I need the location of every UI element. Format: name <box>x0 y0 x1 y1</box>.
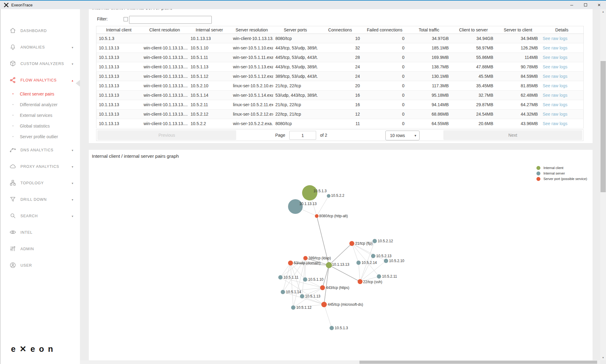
bullet-dot-icon <box>13 115 13 116</box>
graph-node-10.5.1.12[interactable] <box>291 305 295 310</box>
see-raw-logs-link[interactable]: See raw logs <box>543 121 568 126</box>
graph-node-443-tcp--https-[interactable] <box>320 285 325 290</box>
table-row[interactable]: 10.1.13.13win-client-10.1.13.13....10.5.… <box>96 100 584 110</box>
sidebar-item-user[interactable]: USER <box>0 257 80 274</box>
minimize-button[interactable]: ─ <box>565 1 579 9</box>
column-header-internal-client[interactable]: Internal client <box>96 26 141 34</box>
sidebar-item-dashboard[interactable]: DASHBOARD <box>0 23 80 39</box>
graph-node-445-tcp--microsoft-ds-[interactable] <box>321 302 327 307</box>
see-raw-logs-link[interactable]: See raw logs <box>543 112 568 117</box>
cell-server-resolution: win-client-10.1.13.13.... <box>231 34 273 43</box>
graph-node-10.5.2.12[interactable] <box>373 239 377 243</box>
graph-node-21-tcp--ftp-[interactable] <box>349 241 354 246</box>
graph-node-10.5.1.14[interactable] <box>281 290 285 294</box>
graph-node-22-tcp--ssh-[interactable] <box>358 279 363 284</box>
graph-node-label: 10.5.2.12 <box>378 239 393 243</box>
next-button[interactable]: Next <box>443 130 582 140</box>
sidebar-item-dns-analytics[interactable]: DNS ANALYTICS▾ <box>0 142 80 158</box>
sidebar-item-search[interactable]: SEARCH▾ <box>0 208 80 224</box>
page-number-input[interactable] <box>289 131 316 140</box>
pagination-bar: Previous Page of 2 10 rows ▾ Next <box>96 129 583 141</box>
column-header-failed-connections[interactable]: Failed connections <box>363 26 407 34</box>
graph-node-label: 21/tcp (ftp) <box>355 241 373 246</box>
table-row[interactable]: 10.1.13.13win-client-10.1.13.13....10.5.… <box>96 62 584 72</box>
cell-client-to-server: 58.97MB <box>451 43 496 53</box>
see-raw-logs-link[interactable]: See raw logs <box>543 64 568 69</box>
sidebar-item-anomalies[interactable]: ANOMALIES▾ <box>0 39 80 56</box>
table-row[interactable]: 10.1.13.13win-client-10.1.13.13....10.5.… <box>96 81 584 91</box>
horizontal-scrollbar-thumb[interactable] <box>359 361 597 364</box>
scroll-up-icon[interactable]: ▲ <box>600 9 606 14</box>
sidebar-item-drill-down[interactable]: DRILL DOWN▾ <box>0 191 80 208</box>
sidebar-item-flow-analytics[interactable]: FLOW ANALYTICS▴ <box>0 72 80 88</box>
graph-node-53-udp--domain-[interactable] <box>288 261 293 265</box>
previous-button[interactable]: Previous <box>97 130 236 140</box>
sidebar-item-intel[interactable]: INTEL <box>0 224 80 241</box>
sidebar-item-topology[interactable]: TOPOLOGY▾ <box>0 175 80 191</box>
table-row[interactable]: 10.5.1.310.1.13.13win-client-10.1.13.13.… <box>96 34 584 43</box>
column-header-client-resolution[interactable]: Client resolution <box>141 26 188 34</box>
column-header-server-to-client[interactable]: Server to client <box>496 26 540 34</box>
table-row[interactable]: 10.1.13.13win-client-10.1.13.13....10.5.… <box>96 91 584 100</box>
close-button[interactable]: ✕ <box>592 1 606 9</box>
table-row[interactable]: 10.1.13.13win-client-10.1.13.13....10.5.… <box>96 119 584 128</box>
sidebar-item-admin[interactable]: ADMIN <box>0 241 80 257</box>
see-raw-logs-link[interactable]: See raw logs <box>543 93 568 98</box>
graph-node-10.5.2.10[interactable] <box>384 259 388 263</box>
cell-internal-server: 10.5.1.11 <box>188 53 231 62</box>
table-row[interactable]: 10.1.13.13win-client-10.1.13.13....10.5.… <box>96 43 584 53</box>
see-raw-logs-link[interactable]: See raw logs <box>543 45 568 50</box>
maximize-button[interactable] <box>579 1 592 9</box>
see-raw-logs-link[interactable]: See raw logs <box>543 55 568 60</box>
column-header-server-resolution[interactable]: Server resolution <box>231 26 273 34</box>
see-raw-logs-link[interactable]: See raw logs <box>543 83 568 88</box>
sidebar-item-custom-analyzers[interactable]: CUSTOM ANALYZERS▾ <box>0 56 80 72</box>
sidebar-subitem-external-services[interactable]: External services <box>0 110 80 121</box>
column-header-details[interactable]: Details <box>540 26 584 34</box>
cell-server-resolution: win-ser-10.5.1.14.exa... <box>231 91 273 100</box>
cell-internal-client: 10.5.1.3 <box>96 34 141 43</box>
cell-details: See raw logs <box>540 34 584 43</box>
filter-checkbox[interactable] <box>124 17 128 21</box>
vertical-scrollbar[interactable]: ▲ ▼ <box>600 9 606 360</box>
scroll-down-icon[interactable]: ▼ <box>600 355 606 360</box>
sidebar-subitem-client-server-pairs[interactable]: Client server pairs <box>0 88 80 99</box>
filter-input[interactable] <box>129 16 212 24</box>
sidebar-item-proxy-analytics[interactable]: PROXY ANALYTICS▾ <box>0 158 80 175</box>
bullet-dot-icon <box>13 125 13 126</box>
graph-node-10.5.1.10[interactable] <box>303 277 307 282</box>
column-header-internal-server[interactable]: Internal server <box>188 26 231 34</box>
graph-node-8080-tcp--http-alt-[interactable] <box>315 214 319 218</box>
sidebar-subitem-global-statistics[interactable]: Global statistics <box>0 121 80 131</box>
table-row[interactable]: 10.1.13.13win-client-10.1.13.13....10.5.… <box>96 110 584 119</box>
graph-node-10.5.2.13[interactable] <box>371 254 375 258</box>
graph-node-10.1.13.13[interactable] <box>326 262 332 268</box>
cell-details: See raw logs <box>540 100 584 110</box>
graph-node-10.5.1.3[interactable] <box>330 326 334 330</box>
cell-server-ports: 445/tcp, 53/udp, 443/t... <box>273 53 318 62</box>
vertical-scrollbar-thumb[interactable] <box>601 61 606 192</box>
graph-node-10.5.1.11[interactable] <box>278 275 283 279</box>
see-raw-logs-link[interactable]: See raw logs <box>543 102 568 107</box>
sidebar-subitem-server-profile-outlier[interactable]: Server profile outlier <box>0 131 80 142</box>
cell-server-to-client: 84.59MB <box>496 72 540 81</box>
graph-node-10.5.1.13[interactable] <box>300 294 304 298</box>
column-header-client-to-server[interactable]: Client to server <box>451 26 496 34</box>
column-header-server-ports[interactable]: Server ports <box>273 26 318 34</box>
rows-per-page-select[interactable]: 10 rows ▾ <box>385 131 420 140</box>
cell-client-to-server: 34.94GB <box>451 34 496 43</box>
graph-node-10.5.2.11[interactable] <box>377 274 381 279</box>
cell-server-resolution: linux-ser-10.5.2.11.ex... <box>231 100 273 110</box>
table-row[interactable]: 10.1.13.13win-client-10.1.13.13....10.5.… <box>96 72 584 81</box>
column-header-connections[interactable]: Connections <box>318 26 363 34</box>
graph-node-10.5.2.14[interactable] <box>356 261 361 265</box>
sidebar-subitem-differential-analyzer[interactable]: Differential analyzer <box>0 99 80 110</box>
graph-node-389-tcp--ldap-[interactable] <box>303 256 308 260</box>
graph-node-10.5.2.2[interactable] <box>327 194 330 198</box>
column-header-total-traffic[interactable]: Total traffic <box>407 26 451 34</box>
chevron-down-icon: ▾ <box>414 134 416 138</box>
see-raw-logs-link[interactable]: See raw logs <box>543 36 568 41</box>
table-row[interactable]: 10.1.13.13win-client-10.1.13.13....10.5.… <box>96 53 584 62</box>
see-raw-logs-link[interactable]: See raw logs <box>543 74 568 79</box>
horizontal-scrollbar[interactable] <box>80 360 600 364</box>
